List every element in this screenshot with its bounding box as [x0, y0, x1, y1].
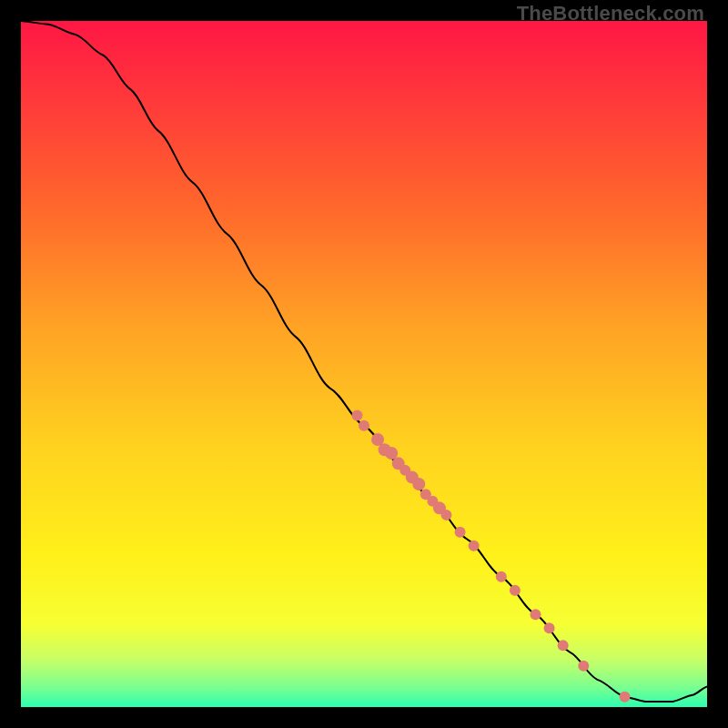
scatter-point [351, 410, 362, 421]
scatter-point [531, 609, 541, 620]
scatter-point [578, 661, 589, 672]
scatter-point [440, 510, 451, 521]
chart-frame: TheBottleneck.com [0, 0, 728, 728]
scatter-point [455, 527, 466, 538]
scatter-point [496, 571, 507, 582]
scatter-point [620, 692, 631, 703]
scatter-point [510, 585, 521, 596]
scatter-point [359, 420, 369, 431]
scatter-point [558, 640, 569, 651]
chart-plot [21, 21, 707, 707]
scatter-point [412, 478, 425, 490]
plot-background [21, 21, 707, 707]
scatter-point [469, 541, 480, 551]
scatter-point [544, 622, 555, 633]
